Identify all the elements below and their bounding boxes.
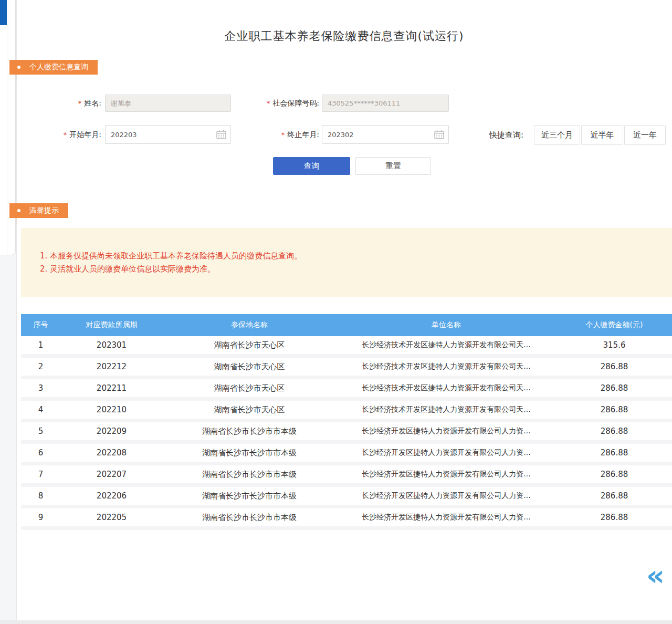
section-tag-label: 温馨提示 (29, 206, 59, 215)
table-row: 9202205湖南省长沙市长沙市市本级长沙经济开发区捷特人力资源开发有限公司人力… (21, 508, 672, 530)
section-tag-label: 个人缴费信息查询 (29, 63, 88, 72)
name-label: * 姓名: (32, 95, 101, 112)
table-cell: 湖南省长沙市长沙市市本级 (163, 491, 336, 501)
table-cell: 2 (21, 362, 60, 371)
table-cell: 202207 (60, 470, 163, 479)
table-header-cell: 个人缴费金额(元) (556, 320, 672, 330)
quick-button-last-year[interactable]: 近一年 (624, 125, 666, 145)
table-cell: 8 (21, 491, 60, 501)
notice-box: 1. 本服务仅提供尚未领取企业职工基本养老保险待遇人员的缴费信息查询。 2. 灵… (21, 228, 672, 297)
table-cell: 202208 (60, 448, 163, 457)
table-cell: 长沙经济技术开发区捷特人力资源开发有限公司天... (336, 362, 556, 371)
quick-button-last-half-year[interactable]: 近半年 (581, 125, 623, 145)
table-cell: 湖南省长沙市天心区 (163, 362, 336, 372)
table-row: 5202209湖南省长沙市长沙市市本级长沙经济开发区捷特人力资源开发有限公司人力… (21, 422, 672, 444)
table-row: 2202212湖南省长沙市天心区长沙经济技术开发区捷特人力资源开发有限公司天..… (21, 358, 672, 379)
table-cell: 202212 (60, 362, 163, 371)
table-row: 3202211湖南省长沙市天心区长沙经济技术开发区捷特人力资源开发有限公司天..… (21, 379, 672, 401)
query-button[interactable]: 查询 (273, 157, 350, 175)
table-cell: 286.88 (556, 362, 672, 371)
quick-query-label: 快捷查询: (472, 125, 523, 145)
table-header-cell: 参保地名称 (163, 320, 336, 330)
table-cell: 湖南省长沙市天心区 (163, 405, 336, 415)
notice-line: 2. 灵活就业人员的缴费单位信息以实际缴费为准。 (40, 263, 672, 276)
table-cell: 286.88 (556, 470, 672, 479)
table-cell: 286.88 (556, 405, 672, 414)
table-cell: 长沙经济开发区捷特人力资源开发有限公司人力资... (336, 513, 556, 522)
notice-line: 1. 本服务仅提供尚未领取企业职工基本养老保险待遇人员的缴费信息查询。 (40, 249, 672, 263)
social-security-number-field[interactable] (322, 95, 449, 112)
table-cell: 湖南省长沙市长沙市市本级 (163, 470, 336, 480)
required-asterisk: * (281, 131, 285, 139)
page-title: 企业职工基本养老保险缴费信息查询(试运行) (16, 28, 672, 44)
table-cell: 湖南省长沙市长沙市市本级 (163, 427, 336, 436)
sidebar-divider (7, 0, 7, 255)
table-cell: 湖南省长沙市天心区 (163, 340, 336, 350)
start-month-picker (105, 125, 231, 144)
table-cell: 202211 (60, 383, 163, 393)
table-cell: 286.88 (556, 427, 672, 436)
page: 企业职工基本养老保险缴费信息查询(试运行) 个人缴费信息查询 * 姓名: * 社… (0, 0, 672, 624)
table-cell: 315.6 (556, 340, 672, 350)
table-row: 7202207湖南省长沙市长沙市市本级长沙经济开发区捷特人力资源开发有限公司人力… (21, 465, 672, 487)
sidebar-active-indicator (0, 0, 7, 25)
table-cell: 长沙经济技术开发区捷特人力资源开发有限公司天... (336, 340, 556, 350)
table-cell: 3 (21, 383, 60, 393)
table-header-cell: 单位名称 (336, 320, 556, 330)
table-cell: 湖南省长沙市长沙市市本级 (163, 448, 336, 458)
table-header-row: 序号 对应费款所属期 参保地名称 单位名称 个人缴费金额(元) (21, 314, 672, 336)
section-tag-personal-query: 个人缴费信息查询 (9, 60, 98, 75)
table-cell: 202301 (60, 340, 163, 350)
table-cell: 4 (21, 405, 60, 414)
reset-button[interactable]: 重置 (355, 157, 431, 175)
collapse-chevron-icon[interactable]: « (646, 563, 665, 588)
required-asterisk: * (78, 99, 82, 107)
table-cell: 286.88 (556, 513, 672, 522)
table-cell: 7 (21, 470, 60, 479)
footer-strip (0, 620, 672, 624)
start-month-input[interactable] (105, 125, 231, 144)
ssn-label: * 社会保障号码: (220, 95, 319, 112)
required-asterisk: * (64, 131, 67, 139)
table-cell: 286.88 (556, 448, 672, 457)
table-cell: 5 (21, 427, 60, 436)
table-cell: 202209 (60, 427, 163, 436)
table-cell: 长沙经济开发区捷特人力资源开发有限公司人力资... (336, 427, 556, 436)
table-cell: 长沙经济开发区捷特人力资源开发有限公司人力资... (336, 448, 556, 457)
table-cell: 286.88 (556, 383, 672, 393)
results-table: 序号 对应费款所属期 参保地名称 单位名称 个人缴费金额(元) 1202301湖… (21, 314, 672, 530)
table-cell: 202205 (60, 513, 163, 522)
table-cell: 202210 (60, 405, 163, 414)
calendar-icon[interactable] (216, 130, 226, 139)
table-body: 1202301湖南省长沙市天心区长沙经济技术开发区捷特人力资源开发有限公司天..… (21, 336, 672, 530)
end-month-input[interactable] (322, 125, 449, 144)
table-cell: 长沙经济开发区捷特人力资源开发有限公司人力资... (336, 491, 556, 501)
table-header-cell: 对应费款所属期 (60, 320, 163, 330)
table-cell: 长沙经济技术开发区捷特人力资源开发有限公司天... (336, 383, 556, 393)
section-tag-tips: 温馨提示 (9, 203, 68, 218)
bullet-icon (17, 209, 20, 212)
table-cell: 202206 (60, 491, 163, 501)
table-cell: 长沙经济开发区捷特人力资源开发有限公司人力资... (336, 470, 556, 479)
table-cell: 6 (21, 448, 60, 457)
end-month-label: * 终止年月: (231, 126, 319, 143)
table-cell: 286.88 (556, 491, 672, 501)
required-asterisk: * (267, 99, 270, 107)
table-cell: 湖南省长沙市天心区 (163, 383, 336, 393)
end-month-picker (322, 125, 449, 144)
table-header-cell: 序号 (21, 320, 60, 330)
table-cell: 1 (21, 340, 60, 350)
table-cell: 长沙经济技术开发区捷特人力资源开发有限公司天... (336, 405, 556, 414)
name-field[interactable] (105, 95, 231, 112)
table-row: 4202210湖南省长沙市天心区长沙经济技术开发区捷特人力资源开发有限公司天..… (21, 401, 672, 422)
bullet-icon (17, 66, 20, 69)
calendar-icon[interactable] (434, 130, 444, 139)
start-month-label: * 开始年月: (32, 126, 101, 143)
table-row: 6202208湖南省长沙市长沙市市本级长沙经济开发区捷特人力资源开发有限公司人力… (21, 444, 672, 465)
table-row: 1202301湖南省长沙市天心区长沙经济技术开发区捷特人力资源开发有限公司天..… (21, 336, 672, 358)
table-row: 8202206湖南省长沙市长沙市市本级长沙经济开发区捷特人力资源开发有限公司人力… (21, 487, 672, 508)
table-cell: 湖南省长沙市长沙市市本级 (163, 513, 336, 523)
table-cell: 9 (21, 513, 60, 522)
quick-button-last-3-months[interactable]: 近三个月 (534, 125, 580, 145)
